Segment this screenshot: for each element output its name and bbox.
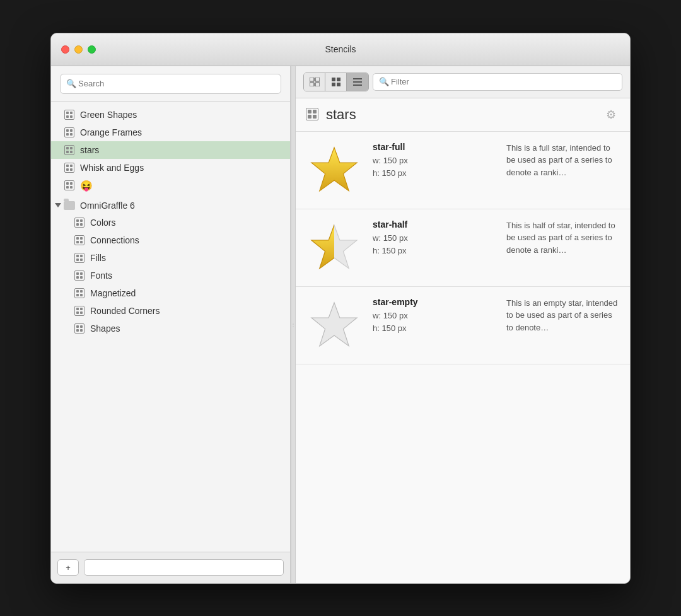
folder-label: OmniGraffle 6: [80, 200, 135, 211]
window-controls: [61, 45, 96, 54]
filter-input-wrapper: 🔍: [373, 73, 622, 91]
svg-rect-8: [353, 78, 362, 79]
grid-icon: [64, 109, 75, 120]
sidebar-item-label: Fills: [90, 253, 106, 263]
sidebar-item-label: Shapes: [90, 323, 120, 334]
minimize-button[interactable]: [74, 45, 83, 54]
svg-rect-0: [310, 78, 314, 81]
svg-marker-15: [311, 303, 357, 346]
settings-button[interactable]: ⚙: [602, 106, 620, 124]
sidebar-item-label: Fonts: [90, 270, 112, 281]
titlebar: Stencils: [51, 33, 630, 66]
item-row-star-empty[interactable]: star-empty w: 150 px h: 150 px This is a…: [296, 287, 630, 364]
sidebar-item-label: Orange Frames: [80, 127, 142, 137]
view-btn-expand[interactable]: [304, 73, 325, 91]
search-icon: 🔍: [66, 79, 76, 88]
emoji-icon: 😝: [80, 180, 93, 192]
sidebar-item-label: Magnetized: [90, 288, 136, 298]
grid-icon: [74, 305, 85, 317]
item-name: star-empty: [373, 297, 496, 307]
sidebar-item-connections[interactable]: Connections: [61, 231, 290, 249]
sidebar-item-rounded-corners[interactable]: Rounded Corners: [61, 302, 290, 320]
sidebar-item-label: Green Shapes: [80, 110, 137, 120]
svg-rect-7: [337, 83, 340, 86]
panel-header-icon: [306, 108, 320, 122]
item-dims: w: 150 px h: 150 px: [373, 310, 496, 336]
item-name: star-half: [373, 219, 496, 230]
sidebar-item-stars[interactable]: stars: [51, 141, 290, 159]
folder-group-omnigraffle: OmniGraffle 6 Colors: [51, 197, 290, 337]
divider-dots: ⋮: [291, 322, 296, 327]
sidebar-item-label: Connections: [90, 235, 139, 245]
item-thumbnail-star-half: [306, 219, 363, 276]
item-thumbnail-star-full: [306, 142, 363, 199]
sidebar-item-shapes[interactable]: Shapes: [61, 320, 290, 337]
sidebar-item-label: Rounded Corners: [90, 306, 160, 316]
items-list: star-full w: 150 px h: 150 px This is a …: [296, 132, 630, 583]
item-info-star-half: star-half w: 150 px h: 150 px: [373, 219, 496, 259]
view-btn-group: [303, 73, 369, 91]
search-input[interactable]: [60, 74, 281, 94]
item-dims: w: 150 px h: 150 px: [373, 154, 496, 181]
maximize-button[interactable]: [88, 45, 96, 54]
item-dims: w: 150 px h: 150 px: [373, 232, 496, 259]
svg-rect-2: [310, 83, 314, 86]
sidebar-item-magnetized[interactable]: Magnetized: [61, 284, 290, 302]
item-info-star-empty: star-empty w: 150 px h: 150 px: [373, 297, 496, 336]
grid-icon: [64, 162, 75, 173]
triangle-icon: [55, 203, 61, 207]
svg-marker-11: [311, 148, 357, 191]
sidebar-item-label: stars: [80, 145, 99, 155]
item-thumbnail-star-empty: [306, 297, 363, 354]
sidebar-item-emoji[interactable]: 😝: [51, 177, 290, 195]
sidebar-bottom: +: [51, 552, 290, 583]
grid-icon: [74, 252, 85, 264]
search-input-wrapper: 🔍: [60, 74, 281, 94]
sidebar-item-label: Whisk and Eggs: [80, 163, 144, 173]
sidebar-item-green-shapes[interactable]: Green Shapes: [51, 106, 290, 124]
sidebar-item-fonts[interactable]: Fonts: [61, 267, 290, 284]
svg-rect-9: [353, 81, 362, 83]
sidebar-item-whisk-and-eggs[interactable]: Whisk and Eggs: [51, 159, 290, 177]
svg-marker-14: [311, 225, 357, 269]
item-row-star-half[interactable]: star-half w: 150 px h: 150 px This is ha…: [296, 209, 630, 287]
view-btn-grid[interactable]: [325, 73, 347, 91]
panel-title: stars: [326, 107, 602, 123]
grid-icon: [74, 323, 85, 334]
bottom-input[interactable]: [84, 559, 284, 576]
svg-rect-10: [353, 84, 362, 86]
sidebar-item-fills[interactable]: Fills: [61, 249, 290, 267]
item-row-star-full[interactable]: star-full w: 150 px h: 150 px This is a …: [296, 132, 630, 209]
window-title: Stencils: [325, 44, 356, 54]
close-button[interactable]: [61, 45, 69, 54]
grid-icon: [64, 144, 75, 156]
grid-icon: [64, 127, 75, 138]
sidebar-item-colors[interactable]: Colors: [61, 214, 290, 231]
divider-handle[interactable]: ⋮: [291, 66, 296, 583]
grid-icon: [74, 288, 85, 299]
view-btn-list[interactable]: [347, 73, 368, 91]
svg-rect-5: [337, 78, 340, 81]
search-container: 🔍: [51, 66, 290, 102]
item-name: star-full: [373, 142, 496, 152]
folder-header[interactable]: OmniGraffle 6: [51, 197, 290, 214]
item-info-star-full: star-full w: 150 px h: 150 px: [373, 142, 496, 181]
sidebar-item-orange-frames[interactable]: Orange Frames: [51, 124, 290, 141]
folder-children: Colors Connections Fills: [51, 214, 290, 337]
filter-input[interactable]: [373, 73, 622, 91]
right-toolbar: 🔍: [296, 66, 630, 98]
add-button[interactable]: +: [57, 559, 79, 576]
main-content: 🔍 Green Shapes Orange Frames: [51, 66, 630, 583]
panel-header: stars ⚙: [296, 98, 630, 132]
sidebar-item-label: Colors: [90, 218, 115, 228]
svg-rect-3: [315, 83, 320, 86]
sidebar-tree: Green Shapes Orange Frames stars: [51, 102, 290, 552]
item-desc-star-half: This is half of star, intended to be use…: [506, 219, 620, 257]
folder-icon: [64, 201, 75, 210]
grid-icon: [74, 270, 85, 281]
svg-rect-4: [332, 78, 335, 81]
item-desc-star-empty: This is an empty star, intended to be us…: [506, 297, 620, 334]
filter-search-icon: 🔍: [379, 77, 389, 86]
grid-icon: [64, 180, 75, 191]
right-panel: 🔍 stars ⚙: [296, 66, 630, 583]
